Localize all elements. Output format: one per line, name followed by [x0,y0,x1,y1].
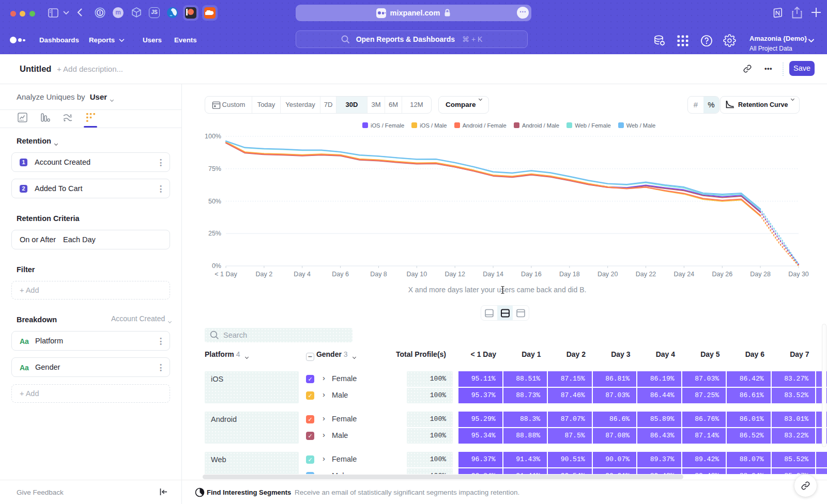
svg-text:50%: 50% [208,198,221,205]
svg-text:Day 2: Day 2 [256,271,273,278]
svg-text:Day 14: Day 14 [483,271,503,278]
svg-text:Day 30: Day 30 [788,271,809,278]
svg-text:Day 4: Day 4 [294,271,311,278]
svg-text:Day 12: Day 12 [445,271,465,278]
svg-text:Day 18: Day 18 [559,271,580,278]
svg-text:Day 8: Day 8 [370,271,387,278]
svg-text:Day 20: Day 20 [598,271,618,278]
svg-text:Day 28: Day 28 [750,271,771,278]
svg-text:Day 26: Day 26 [712,271,732,278]
svg-text:0%: 0% [212,262,221,270]
svg-text:Day 22: Day 22 [636,271,656,278]
svg-text:Day 16: Day 16 [521,271,542,278]
svg-text:Day 10: Day 10 [406,271,427,278]
svg-text:Day 6: Day 6 [332,271,349,278]
svg-text:25%: 25% [208,230,221,237]
svg-text:75%: 75% [208,165,221,172]
svg-text:100%: 100% [205,133,221,140]
svg-text:< 1 Day: < 1 Day [215,271,237,278]
svg-text:Day 24: Day 24 [674,271,695,278]
